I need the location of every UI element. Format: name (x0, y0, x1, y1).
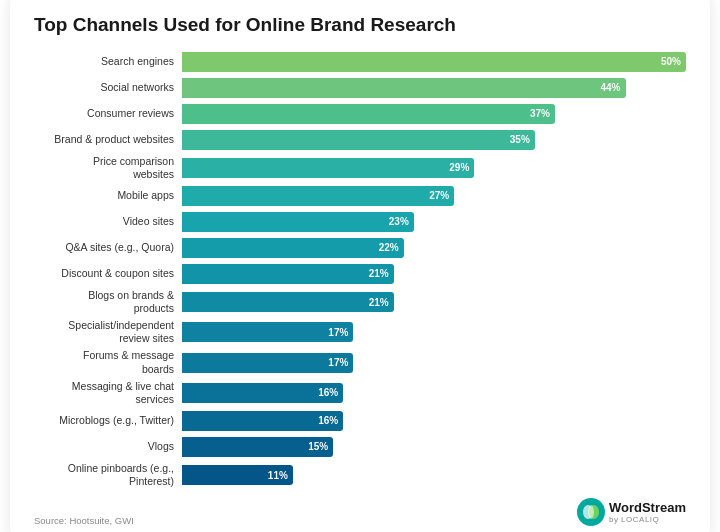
bar-label: Online pinboards (e.g., Pinterest) (34, 462, 182, 488)
bar-row: Messaging & live chat services16% (34, 380, 686, 406)
bar-fill: 16% (182, 383, 343, 403)
bar-pct: 27% (429, 190, 449, 201)
bar-label: Price comparison websites (34, 155, 182, 181)
bar-pct: 17% (328, 327, 348, 338)
bar-fill: 16% (182, 411, 343, 431)
bar-fill: 17% (182, 353, 353, 373)
bar-pct: 17% (328, 357, 348, 368)
bar-pct: 44% (601, 82, 621, 93)
bar-row: Blogs on brands & products21% (34, 289, 686, 315)
source-text: Source: Hootsuite, GWI (34, 515, 134, 526)
bar-track: 21% (182, 263, 686, 285)
brand-logo: WordStream by LOCALIQ (577, 498, 686, 526)
bar-label: Social networks (34, 81, 182, 94)
bar-pct: 11% (268, 470, 288, 481)
chart-area: Search engines50%Social networks44%Consu… (34, 51, 686, 489)
chart-card: Top Channels Used for Online Brand Resea… (10, 0, 710, 532)
bar-pct: 21% (369, 268, 389, 279)
bar-pct: 50% (661, 56, 681, 67)
bar-pct: 16% (318, 387, 338, 398)
bar-label: Mobile apps (34, 189, 182, 202)
bar-label: Messaging & live chat services (34, 380, 182, 406)
bar-pct: 22% (379, 242, 399, 253)
bar-row: Mobile apps27% (34, 185, 686, 207)
bar-label: Forums & message boards (34, 349, 182, 375)
bar-row: Video sites23% (34, 211, 686, 233)
bar-fill: 15% (182, 437, 333, 457)
bar-track: 22% (182, 237, 686, 259)
bar-track: 29% (182, 157, 686, 179)
bar-row: Social networks44% (34, 77, 686, 99)
bar-label: Consumer reviews (34, 107, 182, 120)
bar-track: 16% (182, 382, 686, 404)
bar-fill: 29% (182, 158, 474, 178)
bar-pct: 16% (318, 415, 338, 426)
bar-pct: 21% (369, 297, 389, 308)
bar-track: 21% (182, 291, 686, 313)
bar-row: Brand & product websites35% (34, 129, 686, 151)
bar-row: Vlogs15% (34, 436, 686, 458)
bar-pct: 35% (510, 134, 530, 145)
chart-title: Top Channels Used for Online Brand Resea… (34, 14, 686, 37)
bar-label: Discount & coupon sites (34, 267, 182, 280)
bar-track: 27% (182, 185, 686, 207)
bar-label: Microblogs (e.g., Twitter) (34, 414, 182, 427)
bar-row: Discount & coupon sites21% (34, 263, 686, 285)
bar-track: 35% (182, 129, 686, 151)
brand-icon (577, 498, 605, 526)
bar-row: Specialist/independent review sites17% (34, 319, 686, 345)
bar-fill: 21% (182, 264, 394, 284)
brand-sub: by LOCALIQ (609, 515, 686, 524)
bar-track: 16% (182, 410, 686, 432)
bar-label: Video sites (34, 215, 182, 228)
bar-track: 15% (182, 436, 686, 458)
bar-fill: 21% (182, 292, 394, 312)
bar-fill: 44% (182, 78, 626, 98)
bar-label: Search engines (34, 55, 182, 68)
bar-fill: 27% (182, 186, 454, 206)
bar-track: 44% (182, 77, 686, 99)
bar-fill: 17% (182, 322, 353, 342)
bar-track: 23% (182, 211, 686, 233)
bar-label: Vlogs (34, 440, 182, 453)
bar-pct: 15% (308, 441, 328, 452)
bar-row: Forums & message boards17% (34, 349, 686, 375)
bar-row: Microblogs (e.g., Twitter)16% (34, 410, 686, 432)
bar-fill: 50% (182, 52, 686, 72)
bar-fill: 37% (182, 104, 555, 124)
svg-point-3 (588, 505, 594, 519)
footer: Source: Hootsuite, GWI WordStream by LOC… (34, 498, 686, 526)
bar-track: 37% (182, 103, 686, 125)
bar-pct: 29% (449, 162, 469, 173)
bar-fill: 22% (182, 238, 404, 258)
bar-pct: 37% (530, 108, 550, 119)
bar-label: Brand & product websites (34, 133, 182, 146)
bar-row: Search engines50% (34, 51, 686, 73)
bar-fill: 11% (182, 465, 293, 485)
bar-label: Blogs on brands & products (34, 289, 182, 315)
bar-row: Price comparison websites29% (34, 155, 686, 181)
bar-fill: 23% (182, 212, 414, 232)
brand-name: WordStream (609, 501, 686, 515)
bar-pct: 23% (389, 216, 409, 227)
bar-label: Q&A sites (e.g., Quora) (34, 241, 182, 254)
bar-track: 17% (182, 352, 686, 374)
bar-track: 50% (182, 51, 686, 73)
bar-label: Specialist/independent review sites (34, 319, 182, 345)
bar-track: 11% (182, 464, 686, 486)
bar-track: 17% (182, 321, 686, 343)
bar-row: Online pinboards (e.g., Pinterest)11% (34, 462, 686, 488)
bar-row: Q&A sites (e.g., Quora)22% (34, 237, 686, 259)
brand-text: WordStream by LOCALIQ (609, 501, 686, 524)
bar-row: Consumer reviews37% (34, 103, 686, 125)
bar-fill: 35% (182, 130, 535, 150)
